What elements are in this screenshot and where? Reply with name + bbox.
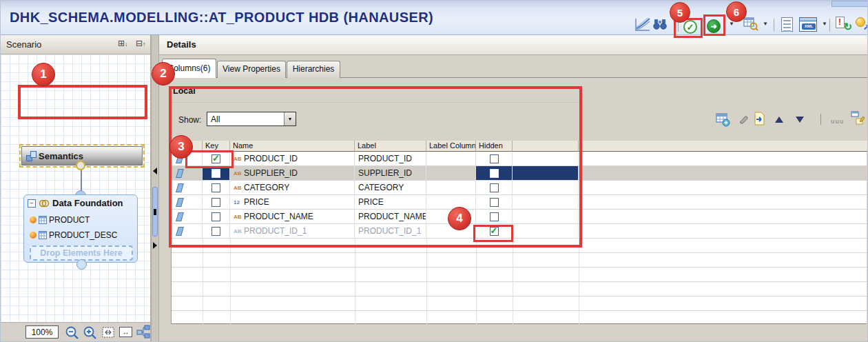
annotation-badge-1: 1	[32, 63, 55, 86]
fit-to-window-icon[interactable]	[102, 327, 114, 338]
table-icon	[39, 216, 47, 224]
annotation-box-hidden-checkbox	[473, 225, 513, 242]
xml-caret-icon[interactable]: ▼	[822, 21, 827, 27]
expand-all-icon[interactable]: ⊞↓	[118, 39, 128, 48]
tab-view-properties[interactable]: View Properties	[217, 61, 286, 78]
semantics-icon	[26, 151, 37, 161]
xml-label: XML	[802, 23, 816, 30]
data-preview-icon[interactable]	[743, 17, 758, 31]
data-foundation-label: Data Foundation	[52, 198, 123, 208]
data-foundation-header: − Data Foundation	[28, 198, 123, 208]
table-icon	[39, 231, 47, 239]
add-column-icon[interactable]	[716, 112, 730, 127]
scenario-panel-header: Scenario ⊞↓ ⊟↑	[1, 35, 151, 54]
auto-arrange-icon[interactable]	[136, 325, 151, 339]
join-venn-icon	[39, 199, 50, 208]
scenario-title: Scenario	[6, 39, 41, 50]
zoom-in-icon[interactable]	[83, 325, 98, 341]
toolbar-separator	[774, 19, 774, 32]
activate-caret-icon[interactable]: ▼	[729, 21, 734, 27]
hint-arrow-glyph: ➚	[863, 22, 868, 32]
tab-hierarchies[interactable]: Hierarchies	[287, 61, 340, 78]
find-binoculars-icon[interactable]	[653, 18, 667, 31]
semantics-port	[76, 161, 85, 170]
annotation-badge-3: 3	[169, 135, 193, 159]
table-name: PRODUCT_DESC	[49, 230, 117, 240]
refresh-glyph: ↻	[843, 21, 852, 33]
toolbar-separator	[820, 114, 821, 125]
data-foundation-node[interactable]: − Data Foundation PRODUCT	[23, 194, 138, 263]
annotation-badge-2: 2	[152, 62, 175, 86]
edit-pencil-icon[interactable]	[738, 113, 750, 125]
toolbar-separator	[829, 19, 830, 32]
zoom-out-icon[interactable]	[65, 325, 80, 341]
drop-elements-zone[interactable]: Drop Elements Here	[30, 245, 133, 261]
move-up-icon[interactable]	[775, 117, 783, 123]
collapse-node-icon[interactable]: −	[28, 199, 36, 208]
collapse-right-icon[interactable]	[153, 242, 157, 249]
collapse-all-icon[interactable]: ⊟↑	[136, 39, 146, 48]
annotation-box-activate	[703, 14, 725, 36]
propose-mapping-icon[interactable]	[850, 110, 866, 126]
data-foundation-bottom-port	[76, 259, 87, 270]
move-down-icon[interactable]	[796, 117, 804, 123]
disabled-tool-icon: uuu	[831, 118, 845, 125]
annotation-box-semantics	[18, 85, 147, 119]
status-dot-icon	[30, 232, 37, 239]
annotation-badge-4: 4	[448, 207, 471, 230]
refresh-warning-icon[interactable]: ! ↻	[836, 17, 851, 32]
job-log-icon[interactable]	[781, 17, 793, 32]
hint-icon[interactable]: ➚	[855, 17, 868, 32]
table-item-product[interactable]: PRODUCT	[30, 215, 90, 225]
semantics-label: Semantics	[39, 151, 83, 161]
annotation-badge-5: 5	[670, 2, 690, 23]
table-header-filler	[579, 141, 867, 152]
splitter-grip	[154, 209, 156, 215]
display-xml-icon[interactable]: XML	[799, 17, 817, 32]
warning-glyph: !	[838, 17, 841, 27]
status-dot-icon	[30, 217, 37, 223]
fit-width-icon[interactable]: ↔	[119, 327, 132, 337]
zoom-level-input[interactable]	[25, 325, 59, 339]
hana-studio-editor: DHK_SCHEMA.MODELLING::AT_PRODUCT HDB (HA…	[0, 0, 868, 342]
window-corner	[831, 1, 868, 7]
data-preview-caret-icon[interactable]: ▼	[763, 21, 768, 27]
details-title: Details	[167, 39, 196, 50]
details-panel-header: Details	[159, 35, 868, 55]
xml-window-bar	[800, 18, 816, 21]
table-name: PRODUCT	[49, 215, 90, 225]
view-title: DHK_SCHEMA.MODELLING::AT_PRODUCT HDB (HA…	[10, 10, 433, 26]
collapse-left-icon[interactable]	[153, 168, 157, 174]
annotation-box-key-checkbox	[185, 150, 234, 168]
table-item-product-desc[interactable]: PRODUCT_DESC	[30, 230, 117, 240]
chart-icon[interactable]	[633, 16, 651, 32]
canvas-zoom-bar: ↔	[1, 322, 151, 342]
empty-table-rows	[172, 239, 867, 324]
annotation-badge-6: 6	[726, 1, 747, 22]
export-propagate-icon[interactable]	[752, 112, 766, 126]
